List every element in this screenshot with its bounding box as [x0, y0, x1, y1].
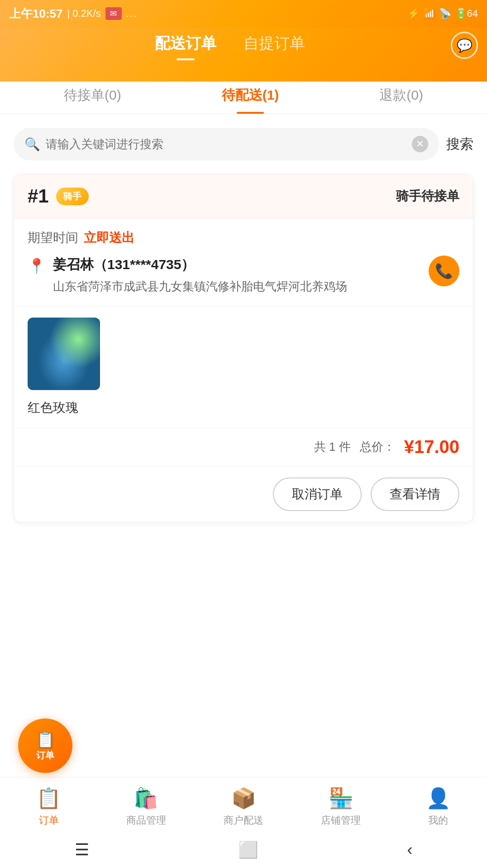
clear-icon[interactable]: ✕ [412, 136, 428, 152]
order-actions: 取消订单 查看详情 [14, 467, 473, 522]
delivery-time: 期望时间 立即送出 [28, 229, 459, 246]
total-price: ¥17.00 [404, 437, 459, 457]
nav-store-label: 店铺管理 [321, 814, 361, 827]
order-status: 骑手待接单 [396, 188, 459, 205]
nav-item-orders[interactable]: 📋 订单 [0, 786, 97, 827]
nav-products-label: 商品管理 [126, 814, 166, 827]
signal-icon: 📶 [423, 8, 435, 19]
nav-delivery-label: 商户配送 [224, 814, 263, 827]
status-bar-right: ⚡ 📶 📡 🔋64 [407, 8, 478, 19]
dots: ... [126, 9, 138, 19]
floating-order-icon: 📋 [35, 730, 56, 749]
nav-item-delivery[interactable]: 📦 商户配送 [195, 786, 292, 827]
bottom-navigation: 📋 订单 🛍️ 商品管理 📦 商户配送 🏪 店铺管理 👤 我的 [0, 777, 487, 832]
bluetooth-icon: ⚡ [407, 8, 420, 19]
tab-pending-delivery[interactable]: 待配送(1) [222, 86, 279, 114]
product-image [28, 318, 100, 390]
status-bar-left: 上午10:57 | 0.2K/s ✉ ... [9, 6, 138, 22]
floating-order-button[interactable]: 📋 订单 [18, 719, 72, 773]
email-icon: ✉ [105, 7, 122, 20]
rider-badge: 骑手 [56, 188, 89, 205]
status-bar: 上午10:57 | 0.2K/s ✉ ... ⚡ 📶 📡 🔋64 [0, 0, 487, 27]
nav-item-store[interactable]: 🏪 店铺管理 [292, 786, 390, 827]
nav-mine-label: 我的 [428, 814, 448, 827]
nav-orders-icon: 📋 [36, 786, 61, 810]
customer-info: 📍 姜召林（131****4735） 山东省菏泽市成武县九女集镇汽修补胎电气焊河… [28, 256, 459, 295]
nav-orders-label: 订单 [39, 814, 59, 827]
header-tabs: 配送订单 自提订单 [9, 33, 451, 58]
order-summary: 共 1 件 总价： ¥17.00 [14, 428, 473, 467]
floating-order-label: 订单 [36, 749, 54, 762]
header: 配送订单 自提订单 💬 [0, 27, 487, 82]
delivery-time-label: 期望时间 [28, 229, 78, 246]
back-button[interactable]: ‹ [407, 840, 413, 859]
system-navigation: ☰ ⬜ ‹ [0, 832, 487, 868]
product-name: 红色玫瑰 [28, 399, 459, 416]
product-thumbnail [28, 318, 100, 390]
home-button[interactable]: ⬜ [238, 840, 258, 859]
order-info: 期望时间 立即送出 📍 姜召林（131****4735） 山东省菏泽市成武县九女… [14, 218, 473, 307]
menu-button[interactable]: ☰ [75, 840, 89, 859]
tab-pickup-orders[interactable]: 自提订单 [244, 33, 305, 58]
search-input-wrap: 🔍 ✕ [14, 128, 439, 160]
customer-name: 姜召林（131****4735） [53, 256, 421, 274]
nav-delivery-icon: 📦 [231, 786, 256, 810]
item-count: 共 1 件 [314, 439, 351, 455]
wifi-icon: 📡 [439, 8, 451, 19]
status-time: 上午10:57 [9, 6, 63, 22]
location-icon: 📍 [28, 257, 46, 275]
battery-icon: 🔋64 [455, 8, 478, 19]
tab-delivery-orders[interactable]: 配送订单 [155, 33, 216, 58]
main-content: 待接单(0) 待配送(1) 退款(0) 🔍 ✕ 搜索 #1 骑手 骑手待接单 期… [0, 68, 487, 815]
view-detail-button[interactable]: 查看详情 [371, 477, 459, 511]
status-speed: | 0.2K/s [67, 8, 101, 19]
message-icon: 💬 [457, 38, 473, 53]
phone-icon: 📞 [435, 262, 453, 280]
nav-products-icon: 🛍️ [134, 786, 158, 810]
search-button[interactable]: 搜索 [446, 135, 473, 154]
search-bar: 🔍 ✕ 搜索 [14, 128, 473, 160]
tab-pending-accept[interactable]: 待接单(0) [64, 86, 121, 114]
order-header: #1 骑手 骑手待接单 [14, 174, 473, 218]
search-icon: 🔍 [24, 137, 40, 152]
nav-item-mine[interactable]: 👤 我的 [390, 786, 487, 827]
nav-mine-icon: 👤 [426, 786, 451, 810]
order-number-wrap: #1 骑手 [28, 185, 89, 207]
customer-address: 山东省菏泽市成武县九女集镇汽修补胎电气焊河北养鸡场 [53, 278, 421, 295]
cancel-order-button[interactable]: 取消订单 [273, 477, 362, 511]
customer-details: 姜召林（131****4735） 山东省菏泽市成武县九女集镇汽修补胎电气焊河北养… [53, 256, 421, 295]
order-number: #1 [28, 185, 49, 207]
product-section: 红色玫瑰 [14, 307, 473, 428]
message-button[interactable]: 💬 [451, 32, 478, 59]
total-label: 总价： [360, 439, 395, 455]
tab-refund[interactable]: 退款(0) [379, 86, 423, 114]
delivery-time-value: 立即送出 [84, 229, 134, 246]
nav-item-products[interactable]: 🛍️ 商品管理 [97, 786, 195, 827]
nav-store-icon: 🏪 [329, 786, 353, 810]
order-card: #1 骑手 骑手待接单 期望时间 立即送出 📍 姜召林（131****4735）… [14, 174, 473, 522]
sub-tabs: 待接单(0) 待配送(1) 退款(0) [0, 82, 487, 114]
product-item: 红色玫瑰 [28, 318, 459, 416]
phone-button[interactable]: 📞 [429, 256, 459, 286]
search-input[interactable] [46, 137, 406, 151]
